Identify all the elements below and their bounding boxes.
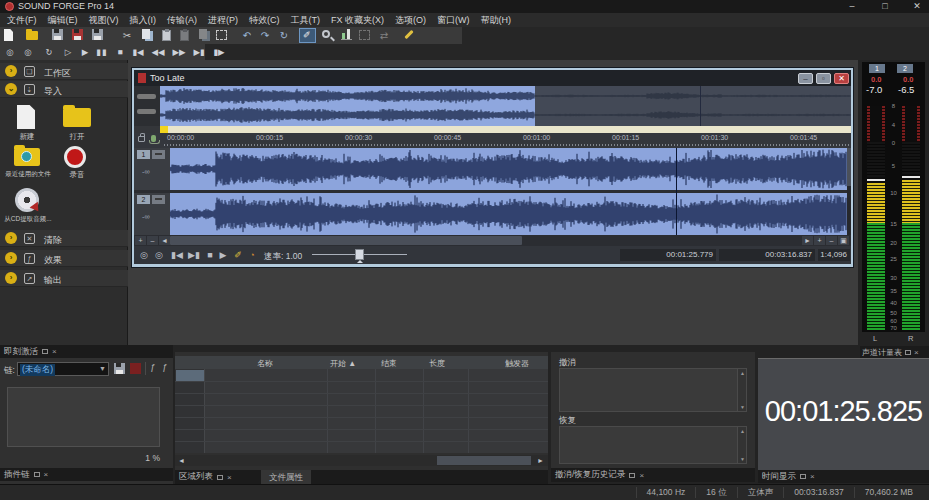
scroll-left-icon[interactable]: ◄ [176,456,187,465]
scroll-right-icon[interactable]: ► [535,456,546,465]
float-icon[interactable] [905,350,911,355]
scroll-left-button[interactable]: ◄ [159,236,170,245]
sidebar-section-import[interactable]: ⌄ ⇣ 导入 [0,81,128,98]
menu-file[interactable]: 文件(F) [7,14,37,27]
new-file-big-icon[interactable] [17,105,35,129]
overview-knob[interactable] [137,94,156,99]
menu-transport[interactable]: 传输(A) [167,14,197,27]
horizontal-scrollbar[interactable]: + – ◄ ► + – ▣ [134,235,851,246]
col-name[interactable]: 名称 [257,358,273,369]
selected-cell[interactable] [176,370,204,381]
play-all-icon[interactable]: ▷ [61,45,75,59]
doc-restore-button[interactable]: ▫ [816,73,831,84]
menu-window[interactable]: 窗口(W) [437,14,470,27]
doc-minimize-button[interactable]: – [798,73,813,84]
time-ruler[interactable]: 00:00:00 00:00:15 00:00:30 00:00:45 00:0… [164,133,851,148]
float-icon[interactable] [800,474,806,479]
open-label[interactable]: 打开 [52,132,102,142]
undo-icon[interactable]: ↶ [240,29,254,42]
snap-icon[interactable]: ⇄ [377,29,391,42]
scrub-button[interactable]: ◔ [246,249,258,261]
zoom-tool-icon[interactable] [322,30,330,38]
menu-effects[interactable]: 特效(C) [249,14,280,27]
tab-file-properties[interactable]: 文件属性 [261,470,311,484]
meter-tab-1[interactable]: 1 [869,64,885,73]
zoom-in-button[interactable]: + [135,236,146,245]
float-icon[interactable] [629,473,635,478]
new-file-label[interactable]: 新建 [2,132,52,142]
close-icon[interactable]: × [44,468,49,481]
record-label[interactable]: 录音 [52,170,102,180]
plugin-chain-tab[interactable]: 插件链× [0,468,173,481]
sidebar-section-effects[interactable]: › ƒ 效果 [0,250,128,267]
recent-files-label[interactable]: 最近使用的文件 [0,170,56,179]
record-button[interactable]: ◎ [138,249,150,261]
vertical-scrollbar[interactable] [847,148,851,235]
save-icon[interactable] [52,29,63,40]
loop-region-bar[interactable] [160,126,851,133]
pause-icon[interactable]: ▮▮ [95,45,109,59]
col-trigger[interactable]: 触发器 [505,358,529,369]
channel1-number[interactable]: 1 [137,150,150,159]
plugin-chain-list[interactable] [7,387,160,447]
loop-start-marker[interactable] [160,126,168,133]
go-to-end-icon[interactable]: ▶▮ [191,45,207,59]
go-to-start-icon[interactable]: ▮◀ [130,45,146,59]
paste-special-icon[interactable] [180,30,189,41]
save-as-icon[interactable] [72,29,83,40]
rate-slider-thumb[interactable] [355,249,364,260]
edit-tool-button[interactable]: ✐ [232,249,244,261]
col-start[interactable]: 开始 ▲ [330,358,356,369]
menu-fx-favorites[interactable]: FX 收藏夹(X) [331,14,384,27]
channel2-number[interactable]: 2 [137,195,150,204]
zoom-out-button[interactable]: – [147,236,158,245]
sidebar-section-clean[interactable]: › ✕ 清除 [0,230,128,247]
close-button[interactable]: ✕ [910,0,924,12]
loop-playback-icon[interactable]: ◎ [21,45,35,59]
time-display-tab[interactable]: 时间显示× [758,470,929,483]
close-icon[interactable]: × [52,345,57,358]
float-icon[interactable] [217,475,223,480]
minimize-button[interactable]: – [845,0,859,12]
plugin-panel-header[interactable]: 即刻激活× [0,345,173,358]
menu-help[interactable]: 帮助(H) [481,14,512,27]
col-end[interactable]: 结束 [381,358,397,369]
overview-bar[interactable] [160,86,851,126]
doc-close-button[interactable]: ✕ [834,73,849,84]
zoom-fit-button[interactable]: ▣ [838,236,849,245]
new-file-icon[interactable] [4,29,13,41]
chain-dropdown[interactable]: (未命名) ▼ [17,362,109,376]
rewind-icon[interactable]: ◀◀ [149,45,167,59]
stop-button[interactable]: ■ [205,249,215,261]
stop-icon[interactable]: ■ [113,45,127,59]
meter-tab-2[interactable]: 2 [897,64,913,73]
zoom-out-time-button[interactable]: – [826,236,837,245]
channel2-gain[interactable]: -∞ [142,212,150,221]
go-end-button[interactable]: ▶▮ [187,249,201,261]
record-icon[interactable]: ◎ [3,45,17,59]
float-icon[interactable] [42,349,48,354]
document-title-bar[interactable]: Too Late – ▫ ✕ [134,70,851,86]
menu-tools[interactable]: 工具(T) [291,14,321,27]
menu-options[interactable]: 选项(O) [395,14,426,27]
mix-icon[interactable] [199,29,207,39]
close-icon[interactable]: × [810,470,815,483]
mic-icon[interactable] [151,135,156,142]
undo-list[interactable]: ▲▼ [559,368,747,412]
scroll-right-button[interactable]: ► [802,236,813,245]
loop-button[interactable]: ◎ [153,249,165,261]
clip-indicator-right[interactable]: 0.0 [903,75,913,84]
maximize-button[interactable]: □ [878,0,892,12]
bypass-fx-icon[interactable]: ƒ [150,362,155,372]
regions-table-body[interactable] [175,369,548,453]
close-icon[interactable]: × [639,469,644,482]
float-icon[interactable] [34,472,40,477]
cut-icon[interactable]: ✂ [120,29,134,42]
channel2-collapse[interactable] [152,195,165,204]
repeat-icon[interactable]: ↻ [277,29,291,42]
scrollbar-thumb[interactable] [170,236,522,245]
menu-insert[interactable]: 插入(I) [130,14,157,27]
redo-list[interactable]: ▲▼ [559,426,747,464]
play-button[interactable]: ▶ [218,249,228,261]
overview-knob[interactable] [137,109,156,114]
